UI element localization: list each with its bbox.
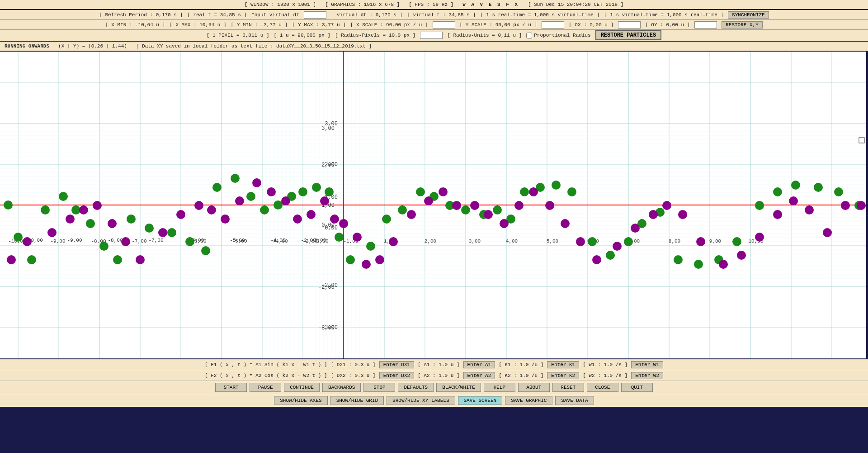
oy-input[interactable]	[694, 21, 717, 29]
particle-purple	[389, 237, 398, 246]
particle-green	[732, 237, 741, 246]
quit-button[interactable]: QUIT	[621, 383, 653, 392]
x-scale: [ X SCALE : 90,00 px / u ]	[350, 22, 428, 28]
particle-green	[366, 242, 375, 251]
proportional-radius-checkbox[interactable]	[526, 33, 532, 38]
ox: [ OX : 0,00 u ]	[569, 22, 613, 28]
particle-green	[231, 174, 240, 183]
svg-text:-3,00: -3,00	[321, 324, 338, 331]
proportional-radius-container: Proportional Radius	[526, 33, 590, 38]
ox-input[interactable]	[618, 21, 641, 29]
graph-canvas[interactable]: // We'll use SVG for this	[0, 52, 866, 358]
save-screen-button[interactable]: SAVE SCREEN	[458, 396, 503, 405]
particle-green	[791, 181, 800, 190]
particle-purple	[23, 237, 32, 246]
particle-green	[461, 205, 470, 215]
particle-green	[567, 187, 576, 196]
particle-green	[167, 228, 176, 237]
start-button[interactable]: START	[215, 383, 247, 392]
particle-green	[325, 187, 334, 196]
fps-info: [ FPS : 59 Hz ]	[409, 2, 453, 7]
particle-purple	[529, 187, 538, 196]
particle-purple	[424, 196, 433, 205]
save-data-button[interactable]: SAVE DATA	[555, 396, 594, 405]
svg-rect-136	[859, 138, 864, 143]
enter-dx1-button[interactable]: Enter DX1	[379, 361, 414, 368]
particle-purple	[452, 201, 461, 210]
particle-purple	[176, 210, 185, 219]
particle-purple	[805, 205, 814, 215]
enter-a2-button[interactable]: Enter A2	[463, 372, 495, 379]
reset-button[interactable]: RESET	[552, 383, 584, 392]
xy-coords: (X | Y) = (0,26 | 1,44)	[58, 43, 127, 49]
virtual-dt-input[interactable]	[304, 11, 326, 19]
particle-green	[773, 187, 782, 196]
particle-purple	[649, 210, 658, 219]
show-hide-bar: SHOW/HIDE AXES SHOW/HIDE GRID SHOW/HIDE …	[0, 394, 868, 407]
show-hide-xy-labels-button[interactable]: SHOW/HIDE XY LABELS	[387, 396, 455, 405]
close-button[interactable]: CLOSE	[587, 383, 618, 392]
x-scale-input[interactable]	[433, 21, 455, 29]
virtual-t: [ virtual t : 34,85 s ]	[407, 12, 476, 18]
scale-bar: [ X MIN : -10,64 u ] [ X MAX : 10,64 u ]…	[0, 20, 868, 30]
stop-button[interactable]: STOP	[363, 383, 395, 392]
f1-formula: [ F1 ( x , t ) = A1 Sin ( k1 x - w1 t ) …	[205, 362, 327, 367]
particle-green	[814, 183, 823, 192]
particle-purple	[407, 210, 416, 219]
particle-green	[86, 219, 95, 228]
enter-w2-button[interactable]: Enter W2	[631, 372, 663, 379]
w2-label: [ W2 : 1.0 /s ]	[583, 373, 627, 378]
y-min: [ Y MIN : -3,77 u ]	[231, 22, 288, 28]
svg-text:-8,00: -8,00	[108, 238, 123, 243]
k1-label: [ K1 : 1.0 /u ]	[499, 362, 543, 367]
particle-purple	[221, 215, 230, 224]
enter-dx2-button[interactable]: Enter DX2	[379, 372, 414, 379]
black-white-button[interactable]: BLACK/WHITE	[436, 383, 481, 392]
svg-text:-5,00: -5,00	[232, 238, 247, 244]
backwards-button[interactable]: BACKWARDS	[322, 383, 361, 392]
particle-purple	[841, 201, 850, 210]
enter-a1-button[interactable]: Enter A1	[463, 361, 495, 368]
graphics-info: [ GRAPHICS : 1916 x 678 ]	[325, 2, 400, 7]
particle-green	[127, 215, 136, 224]
particle-purple	[576, 237, 585, 246]
particle-green	[552, 181, 561, 190]
show-hide-grid-button[interactable]: SHOW/HIDE GRID	[330, 396, 384, 405]
particle-purple	[545, 201, 554, 210]
particle-green	[694, 260, 703, 269]
synchronize-button[interactable]: SYNCHRONIZE	[728, 11, 769, 19]
enter-k1-button[interactable]: Enter K1	[547, 361, 579, 368]
a2-label: [ A2 : 1.0 u ]	[418, 373, 459, 378]
dx2-label: [ DX2 : 0.3 u ]	[331, 373, 376, 378]
waves-fx-label: W A V E S F X	[462, 2, 519, 7]
save-graphic-button[interactable]: SAVE GRAPHIC	[505, 396, 552, 405]
radius-px-input[interactable]	[420, 32, 443, 39]
particle-purple	[121, 237, 130, 246]
restore-xy-button[interactable]: RESTORE X,Y	[722, 21, 763, 29]
particle-purple	[158, 228, 167, 237]
particle-purple	[66, 215, 75, 224]
about-button[interactable]: ABOUT	[518, 383, 550, 392]
k2-label: [ K2 : 1.0 /u ]	[499, 373, 543, 378]
particle-purple	[79, 205, 88, 215]
enter-w1-button[interactable]: Enter W1	[631, 361, 663, 368]
pause-button[interactable]: PAUSE	[250, 383, 281, 392]
particle-purple	[823, 228, 832, 237]
particle-purple	[47, 228, 57, 237]
particle-purple	[755, 233, 764, 242]
svg-text:2,00: 2,00	[325, 162, 338, 168]
restore-particles-button[interactable]: RESTORE PARTICLES	[595, 30, 661, 40]
proportional-radius-label: Proportional Radius	[534, 33, 590, 38]
continue-button[interactable]: CONTINUE	[284, 383, 320, 392]
help-button[interactable]: HELP	[484, 383, 515, 392]
realtime2: [ 1 s virtual-time = 1,000 s real-time ]	[604, 12, 723, 18]
particle-purple	[353, 233, 362, 242]
particle-green	[246, 192, 255, 201]
show-hide-axes-button[interactable]: SHOW/HIDE AXES	[274, 396, 327, 405]
particle-purple	[136, 255, 145, 264]
y-scale-input[interactable]	[542, 21, 564, 29]
enter-k2-button[interactable]: Enter K2	[547, 372, 579, 379]
particle-purple	[484, 210, 493, 219]
defaults-button[interactable]: DEFAULTS	[398, 383, 434, 392]
particle-purple	[362, 260, 371, 269]
